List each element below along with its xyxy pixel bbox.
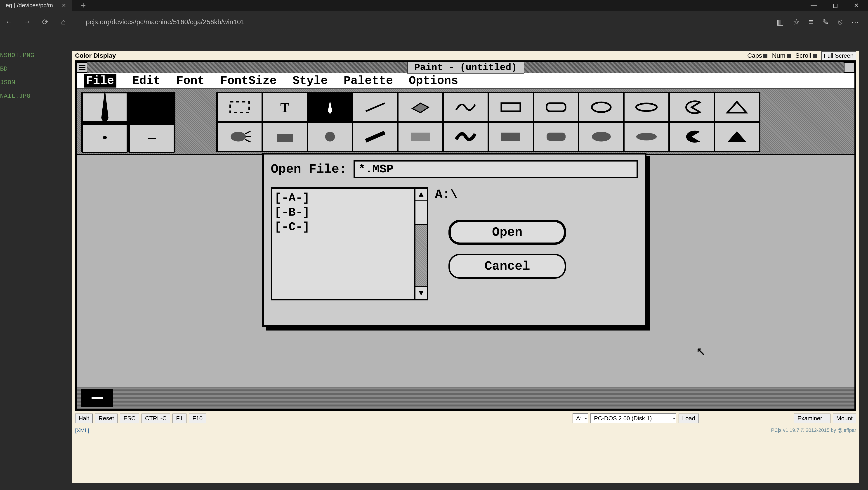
tool-line-style-icon[interactable]: — [129,124,175,153]
tool-triangle-icon[interactable] [714,92,760,122]
tool-filled-ellipse-icon[interactable] [579,122,624,151]
drive-listbox[interactable]: [-A-] [-B-] [-C-] [271,187,415,300]
scroll-thumb-icon[interactable] [81,389,113,407]
menu-fontsize[interactable]: FontSize [220,74,277,88]
num-label: Num [772,52,785,59]
tool-pencil-preview-icon[interactable] [82,92,127,122]
svg-line-2 [366,103,385,111]
open-file-dialog: Open File: [-A-] [-B-] [-C-] ▲ ▼ [262,153,647,327]
tool-thick-line-icon[interactable] [352,122,398,151]
tool-eraser-icon[interactable] [398,92,443,122]
favorite-icon[interactable]: ☆ [793,18,800,26]
esc-button[interactable]: ESC [120,413,139,423]
f10-button[interactable]: F10 [189,413,206,423]
emulator-controls: Halt Reset ESC CTRL-C F1 F10 A: PC-DOS 2… [72,411,859,426]
tool-curve-icon[interactable] [443,92,488,122]
open-button[interactable]: Open [448,220,566,245]
menu-style[interactable]: Style [292,74,328,88]
drive-item[interactable]: [-A-] [274,191,412,205]
new-tab-button[interactable]: + [81,0,86,10]
address-bar[interactable]: pcjs.org/devices/pc/machine/5160/cga/256… [77,18,768,26]
file-item[interactable]: BD [0,62,34,76]
file-item[interactable]: NAIL.JPG [0,89,34,103]
browser-tab[interactable]: eg | /devices/pc/m × [0,0,72,11]
cancel-button[interactable]: Cancel [448,254,566,279]
status-scroll-area [77,386,855,409]
tool-pattern-icon[interactable] [398,122,443,151]
tool-filled-pacman-icon[interactable] [669,122,714,151]
more-icon[interactable]: ⋯ [851,18,859,26]
scroll-up-icon[interactable]: ▲ [415,189,427,201]
scroll-label: Scroll [795,52,811,59]
menu-palette[interactable]: Palette [344,74,393,88]
disk-select[interactable]: PC-DOS 2.00 (Disk 1) [590,413,676,423]
tool-fill-icon[interactable] [262,122,307,151]
load-button[interactable]: Load [679,413,699,423]
tool-filled-oval-icon[interactable] [624,122,669,151]
app-title: Paint - (untitled) [407,62,524,74]
back-icon[interactable]: ← [4,18,13,26]
tool-spray-icon[interactable] [217,122,262,151]
minimize-icon[interactable]: — [811,2,817,9]
tool-text-icon[interactable]: T [262,92,307,122]
share-icon[interactable]: ⎋ [838,18,842,26]
reading-list-icon[interactable]: ▥ [777,18,784,26]
hub-icon[interactable]: ≡ [809,18,813,26]
scroll-indicator-icon [813,54,817,58]
examiner-button[interactable]: Examiner... [794,413,831,423]
tool-filled-rounded-icon[interactable] [533,122,579,151]
file-item[interactable]: JSON [0,76,34,89]
menu-edit[interactable]: Edit [132,74,160,88]
svg-rect-8 [277,134,293,142]
system-menu-icon[interactable] [77,62,87,73]
home-icon[interactable]: ⌂ [59,18,68,26]
mount-button[interactable]: Mount [833,413,856,423]
forward-icon[interactable]: → [23,18,32,26]
f1-button[interactable]: F1 [173,413,186,423]
tool-ellipse-icon[interactable] [579,92,624,122]
svg-rect-4 [547,103,565,111]
tool-selection-icon[interactable] [217,92,262,122]
halt-button[interactable]: Halt [75,413,93,423]
tool-brush-size-icon[interactable]: • [82,124,127,153]
xml-link[interactable]: [XML] [75,427,89,434]
menu-font[interactable]: Font [176,74,205,88]
reset-button[interactable]: Reset [95,413,118,423]
tool-rounded-rect-icon[interactable] [533,92,579,122]
browser-titlebar: eg | /devices/pc/m × + — ◻ ✕ [0,0,868,11]
listbox-scrollbar[interactable]: ▲ ▼ [415,187,428,300]
tool-pacman-icon[interactable] [669,92,714,122]
open-file-label: Open File: [271,162,347,176]
fullscreen-button[interactable]: Full Screen [821,51,857,60]
svg-rect-13 [547,133,565,141]
tool-rectangle-icon[interactable] [488,92,533,122]
tool-line-icon[interactable] [352,92,398,122]
tool-oval-icon[interactable] [624,92,669,122]
refresh-icon[interactable]: ⟳ [41,18,50,26]
svg-point-14 [592,132,611,141]
close-icon[interactable]: ✕ [854,2,859,9]
drive-select[interactable]: A: [572,413,588,423]
menu-options[interactable]: Options [409,74,458,88]
tool-color-swatch[interactable] [129,92,175,122]
tool-filled-triangle-icon[interactable] [714,122,760,151]
drive-item[interactable]: [-C-] [274,220,412,234]
tool-pencil-icon[interactable] [307,92,352,122]
maximize-button[interactable] [844,62,855,73]
tool-wave-icon[interactable] [443,122,488,151]
drive-item[interactable]: [-B-] [274,205,412,220]
tool-filled-rect-icon[interactable] [488,122,533,151]
tab-close-icon[interactable]: × [62,2,66,9]
credit-text: PCjs v1.19.7 © 2012-2015 by @jeffpar [771,427,856,434]
ctrlc-button[interactable]: CTRL-C [142,413,170,423]
scroll-track[interactable] [415,201,427,286]
svg-text:T: T [280,100,289,115]
note-icon[interactable]: ✎ [822,18,829,26]
caps-label: Caps [747,52,762,59]
maximize-icon[interactable]: ◻ [833,2,838,9]
scroll-down-icon[interactable]: ▼ [415,286,427,299]
svg-rect-12 [501,133,520,141]
file-item[interactable]: NSHOT.PNG [0,49,34,62]
tool-brush-icon[interactable] [307,122,352,151]
filename-input[interactable] [353,160,638,178]
